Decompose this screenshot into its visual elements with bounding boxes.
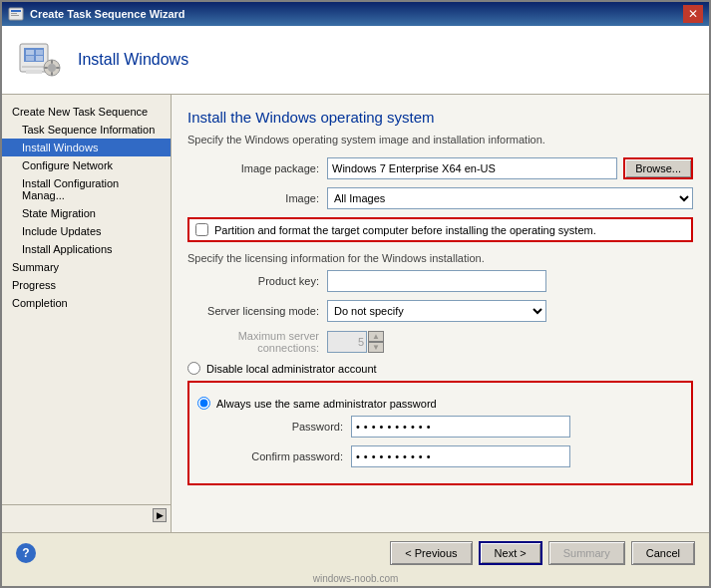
content-area: Install the Windows operating system Spe…	[172, 95, 709, 532]
browse-button[interactable]: Browse...	[623, 157, 693, 179]
image-package-row: Image package: Browse...	[187, 157, 693, 179]
footer-right: < Previous Next > Summary Cancel	[390, 541, 695, 565]
image-package-input[interactable]	[327, 157, 617, 179]
partition-checkbox[interactable]	[195, 223, 208, 236]
title-bar: Create Task Sequence Wizard ✕	[2, 2, 709, 26]
spinner-buttons: ▲ ▼	[368, 331, 384, 353]
disable-admin-row: Disable local administrator account	[187, 362, 693, 375]
svg-rect-9	[26, 50, 34, 55]
wizard-title-icon	[8, 6, 24, 22]
password-label: Password:	[211, 421, 351, 433]
footer-left: ?	[16, 543, 36, 563]
product-key-input[interactable]	[327, 270, 546, 292]
next-button[interactable]: Next >	[479, 541, 542, 565]
password-input[interactable]	[351, 416, 570, 438]
previous-button[interactable]: < Previous	[390, 541, 472, 565]
partition-checkbox-label: Partition and format the target computer…	[214, 224, 596, 236]
summary-button[interactable]: Summary	[548, 541, 625, 565]
sidebar-item-task-sequence-information[interactable]: Task Sequence Information	[2, 121, 171, 139]
svg-rect-11	[26, 56, 34, 61]
max-connections-spinner: ▲ ▼	[327, 331, 384, 353]
svg-rect-3	[11, 15, 19, 16]
sidebar-item-install-windows[interactable]: Install Windows	[2, 139, 171, 156]
confirm-password-label: Confirm password:	[211, 450, 351, 462]
sidebar-item-state-migration[interactable]: State Migration	[2, 204, 171, 222]
spinner-down-button[interactable]: ▼	[368, 342, 384, 353]
footer: ? < Previous Next > Summary Cancel	[2, 532, 709, 573]
licensing-description: Specify the licensing information for th…	[187, 252, 693, 264]
svg-point-14	[48, 64, 56, 72]
max-connections-input	[327, 331, 367, 353]
confirm-password-input[interactable]	[351, 445, 570, 467]
sidebar-bottom: ▶	[2, 504, 171, 524]
always-use-admin-radio[interactable]	[197, 397, 210, 410]
body: Create New Task Sequence Task Sequence I…	[2, 95, 709, 532]
sidebar-item-completion[interactable]: Completion	[2, 294, 171, 312]
max-connections-label: Maximum server connections:	[187, 330, 327, 354]
svg-rect-1	[11, 10, 21, 12]
content-title: Install the Windows operating system	[187, 109, 693, 126]
password-row: Password:	[211, 416, 683, 438]
sidebar-item-install-applications[interactable]: Install Applications	[2, 240, 171, 258]
sidebar-item-install-configuration-manager[interactable]: Install Configuration Manag...	[2, 174, 171, 204]
watermark: windows-noob.com	[2, 573, 709, 586]
partition-checkbox-row: Partition and format the target computer…	[187, 217, 693, 242]
svg-rect-12	[36, 56, 43, 61]
svg-rect-6	[22, 66, 46, 68]
password-box: Always use the same administrator passwo…	[187, 381, 693, 485]
sidebar-item-configure-network[interactable]: Configure Network	[2, 156, 171, 174]
svg-rect-2	[11, 13, 17, 14]
windows-install-icon	[16, 36, 64, 84]
close-button[interactable]: ✕	[683, 5, 703, 23]
title-bar-left: Create Task Sequence Wizard	[8, 6, 185, 22]
svg-rect-15	[51, 60, 53, 64]
image-row: Image: All Images	[187, 187, 693, 209]
server-licensing-label: Server licensing mode:	[187, 305, 327, 317]
content-description: Specify the Windows operating system ima…	[187, 134, 693, 146]
svg-rect-16	[51, 72, 53, 76]
cancel-button[interactable]: Cancel	[631, 541, 695, 565]
product-key-label: Product key:	[187, 275, 327, 287]
confirm-password-row: Confirm password:	[211, 445, 683, 467]
disable-admin-label: Disable local administrator account	[206, 363, 377, 375]
svg-rect-18	[56, 67, 60, 69]
sidebar-item-include-updates[interactable]: Include Updates	[2, 222, 171, 240]
svg-rect-8	[26, 70, 42, 74]
image-package-label: Image package:	[187, 162, 327, 174]
title-bar-text: Create Task Sequence Wizard	[30, 8, 185, 20]
header-title: Install Windows	[78, 51, 188, 69]
always-use-admin-label: Always use the same administrator passwo…	[216, 398, 437, 410]
disable-admin-radio[interactable]	[187, 362, 200, 375]
spinner-up-button[interactable]: ▲	[368, 331, 384, 342]
sidebar-item-progress[interactable]: Progress	[2, 276, 171, 294]
image-select[interactable]: All Images	[327, 187, 693, 209]
header-area: Install Windows	[2, 26, 709, 95]
image-label: Image:	[187, 192, 327, 204]
server-licensing-select[interactable]: Do not specify Per Seat Per Server	[327, 300, 546, 322]
server-licensing-row: Server licensing mode: Do not specify Pe…	[187, 300, 693, 322]
svg-rect-10	[36, 50, 43, 55]
sidebar-scroll-right[interactable]: ▶	[153, 508, 167, 522]
sidebar-item-summary[interactable]: Summary	[2, 258, 171, 276]
sidebar: Create New Task Sequence Task Sequence I…	[2, 95, 172, 532]
always-use-admin-row: Always use the same administrator passwo…	[197, 397, 683, 410]
product-key-row: Product key:	[187, 270, 693, 292]
max-connections-row: Maximum server connections: ▲ ▼	[187, 330, 693, 354]
svg-rect-17	[44, 67, 48, 69]
sidebar-item-create-new-task-sequence[interactable]: Create New Task Sequence	[2, 103, 171, 121]
help-button[interactable]: ?	[16, 543, 36, 563]
wizard-window: Create Task Sequence Wizard ✕ Install Wi…	[0, 0, 711, 588]
